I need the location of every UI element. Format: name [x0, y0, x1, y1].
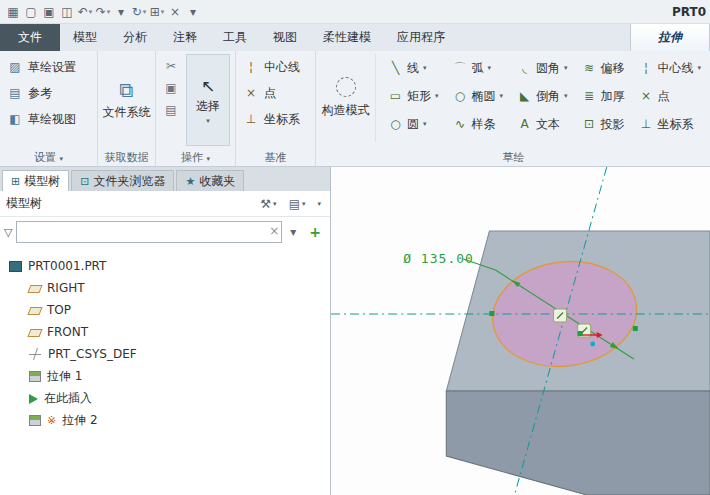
- dropdown-arrow-icon: ▾: [143, 8, 147, 16]
- titlebar-tool-icon[interactable]: ↶▾: [76, 3, 94, 21]
- navigator-tab[interactable]: ⊞模型树: [2, 170, 69, 191]
- ribbon-tab[interactable]: 模型: [60, 24, 110, 51]
- clipboard-tool-icon[interactable]: ▤: [160, 100, 182, 120]
- add-filter-button[interactable]: +: [304, 224, 326, 240]
- tool-icon: ∿: [453, 117, 468, 131]
- ribbon-tab[interactable]: 分析: [110, 24, 160, 51]
- tool-label: 加厚: [601, 88, 625, 105]
- titlebar-tool-icon[interactable]: ↷▾: [94, 3, 112, 21]
- titlebar-tool-icon[interactable]: ▾: [184, 3, 202, 21]
- dropdown-arrow-icon[interactable]: ▾: [564, 64, 568, 72]
- sketch-tool-button[interactable]: ◟圆角▾: [511, 54, 574, 82]
- select-button[interactable]: ↖ 选择 ▾: [186, 54, 230, 146]
- dropdown-arrow-icon[interactable]: ▾: [488, 64, 492, 72]
- construction-mode-button[interactable]: 构造模式: [320, 54, 376, 142]
- center-vertex-handle[interactable]: [578, 331, 583, 336]
- settings-group-button[interactable]: ◧草绘视图: [4, 106, 93, 132]
- button-label: 中心线: [264, 59, 300, 76]
- tool-icon: ○: [388, 117, 403, 131]
- ribbon-tab[interactable]: 应用程序: [384, 24, 458, 51]
- ribbon-tab[interactable]: 工具: [210, 24, 260, 51]
- tool-label: 椭圆: [472, 88, 496, 105]
- dimension-value[interactable]: Ø 135.00: [403, 251, 474, 266]
- sketch-tool-button[interactable]: ○圆▾: [382, 110, 445, 138]
- navigator-tab-icon: ⊞: [11, 175, 20, 188]
- titlebar-tool-icon[interactable]: ▢: [22, 3, 40, 21]
- datum-tool-button[interactable]: ×点: [240, 80, 311, 106]
- group-label-settings[interactable]: 设置 ▾: [0, 150, 97, 165]
- tree-item[interactable]: 拉伸 1: [2, 365, 328, 387]
- tree-item[interactable]: TOP: [2, 299, 328, 321]
- settings-group-button[interactable]: ▤参考: [4, 80, 93, 106]
- dropdown-arrow-icon[interactable]: ▾: [423, 120, 427, 128]
- settings-group-button[interactable]: ▨草绘设置: [4, 54, 93, 80]
- ribbon-tab[interactable]: 文件: [0, 24, 60, 51]
- sketch-tool-button[interactable]: ≋偏移: [576, 54, 631, 82]
- dropdown-arrow-icon[interactable]: ▾: [698, 64, 702, 72]
- dropdown-arrow-icon: ▾: [273, 200, 277, 208]
- sketch-tool-button[interactable]: ╲线▾: [382, 54, 445, 82]
- tree-item[interactable]: 在此插入: [2, 387, 328, 409]
- ribbon-tab[interactable]: 注释: [160, 24, 210, 51]
- file-system-button[interactable]: ⧉ 文件系统: [102, 54, 151, 146]
- navigator-tab[interactable]: ⊡文件夹浏览器: [71, 170, 174, 191]
- titlebar-tool-icon[interactable]: ⊞▾: [148, 3, 166, 21]
- sketch-tool-button[interactable]: ⊥坐标系: [633, 110, 708, 138]
- sketch-tool-button[interactable]: ⊡投影: [576, 110, 631, 138]
- sketch-point[interactable]: [590, 342, 595, 347]
- tree-toolbar-icon[interactable]: ▤▾: [286, 196, 309, 212]
- tree-item[interactable]: ※ 拉伸 2: [2, 409, 328, 431]
- tree-item[interactable]: RIGHT: [2, 277, 328, 299]
- titlebar-tool-icon[interactable]: ×: [166, 3, 184, 21]
- sketch-tool-button[interactable]: ◣倒角▾: [511, 82, 574, 110]
- ribbon-tab[interactable]: 视图: [260, 24, 310, 51]
- ribbon-tab[interactable]: 拉伸: [630, 24, 710, 51]
- sketch-tools-grid: ╲线▾ ▭矩形▾ ○圆▾ ⌒弧▾ ○椭圆▾ ∿样条 ◟圆角▾ ◣倒角▾: [382, 54, 707, 138]
- dropdown-arrow-icon[interactable]: ▾: [500, 92, 504, 100]
- navigator-tab[interactable]: ★收藏夹: [176, 170, 244, 191]
- button-label: 构造模式: [322, 102, 370, 119]
- circle-vertex-handle[interactable]: [489, 311, 494, 316]
- block-front-face[interactable]: [446, 391, 710, 495]
- sketch-tool-button[interactable]: A文本: [511, 110, 574, 138]
- datum-tool-button[interactable]: ⊥坐标系: [240, 106, 311, 132]
- tree-item[interactable]: PRT0001.PRT: [2, 255, 328, 277]
- sketch-tool-button[interactable]: ⌒弧▾: [447, 54, 510, 82]
- sketch-tool-button[interactable]: ¦中心线▾: [633, 54, 708, 82]
- titlebar-tool-icon[interactable]: ▦: [4, 3, 22, 21]
- clear-filter-icon[interactable]: ×: [269, 224, 279, 238]
- circle-vertex-handle[interactable]: [633, 326, 638, 331]
- graphics-area[interactable]: Ø 135.00: [331, 167, 710, 495]
- tree-toolbar-icon[interactable]: ⚒▾: [257, 196, 279, 212]
- dropdown-arrow-icon[interactable]: ▾: [423, 64, 427, 72]
- clipboard-tool-icon[interactable]: ✂: [160, 56, 182, 76]
- titlebar-tool-icon[interactable]: ▾: [112, 3, 130, 21]
- drag-handle[interactable]: [554, 309, 567, 322]
- group-label-operations[interactable]: 操作 ▾: [156, 150, 235, 165]
- ribbon-tab-label: 注释: [173, 29, 197, 46]
- tool-label: 偏移: [601, 60, 625, 77]
- titlebar-tool-icon[interactable]: ▣: [40, 3, 58, 21]
- titlebar-tool-icon[interactable]: ◫: [58, 3, 76, 21]
- tool-label: 中心线: [658, 60, 694, 77]
- filter-dropdown-icon[interactable]: ▾: [286, 225, 300, 239]
- tree-filter-input[interactable]: [16, 221, 282, 243]
- dropdown-arrow-icon[interactable]: ▾: [564, 92, 568, 100]
- datum-tool-button[interactable]: ¦中心线: [240, 54, 311, 80]
- clipboard-tool-icon[interactable]: ▣: [160, 78, 182, 98]
- graphics-viewport[interactable]: Ø 135.00: [331, 167, 710, 495]
- tool-icon: ◟: [517, 61, 532, 75]
- tree-toolbar-icon[interactable]: ▾: [314, 196, 324, 212]
- dropdown-arrow-icon[interactable]: ▾: [435, 92, 439, 100]
- ribbon-tab-label: 视图: [273, 29, 297, 46]
- sketch-tool-button[interactable]: ○椭圆▾: [447, 82, 510, 110]
- dropdown-arrow-icon[interactable]: ▾: [206, 117, 210, 125]
- ribbon-tab[interactable]: 柔性建模: [310, 24, 384, 51]
- sketch-tool-button[interactable]: ∿样条: [447, 110, 510, 138]
- sketch-tool-button[interactable]: ×点: [633, 82, 708, 110]
- titlebar-tool-icon[interactable]: ↻▾: [130, 3, 148, 21]
- sketch-tool-button[interactable]: ▭矩形▾: [382, 82, 445, 110]
- sketch-tool-button[interactable]: ≣加厚: [576, 82, 631, 110]
- tree-item[interactable]: PRT_CSYS_DEF: [2, 343, 328, 365]
- tree-item[interactable]: FRONT: [2, 321, 328, 343]
